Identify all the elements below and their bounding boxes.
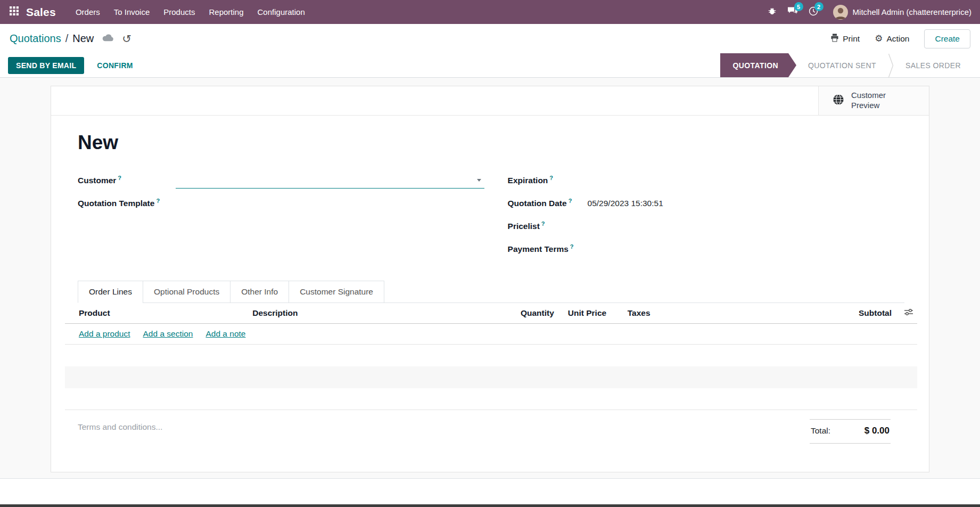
sheet-footer: Total: $ 0.00 — [78, 418, 904, 444]
stage-quotation-sent[interactable]: QUOTATION SENT — [796, 53, 888, 77]
tab-other-info[interactable]: Other Info — [230, 281, 289, 303]
messages-button[interactable]: 5 — [787, 0, 798, 24]
chevron-down-icon[interactable] — [477, 179, 481, 182]
print-button[interactable]: Print — [830, 34, 860, 44]
printer-icon — [830, 34, 839, 44]
user-menu-button[interactable]: Mitchell Admin (chatterenterprice) — [833, 5, 971, 20]
quotation-date-field-row: Quotation Date? 05/29/2023 15:30:51 — [508, 192, 904, 215]
quotation-template-input[interactable] — [176, 196, 484, 211]
globe-icon — [833, 94, 844, 108]
confirm-button[interactable]: CONFIRM — [97, 61, 133, 70]
customer-preview-label-line2: Preview — [851, 101, 886, 111]
column-header-taxes: Taxes — [623, 308, 828, 318]
breadcrumb-separator: / — [65, 32, 69, 45]
add-a-section-link[interactable]: Add a section — [143, 329, 193, 338]
customer-field-row: Customer? — [78, 169, 484, 192]
add-a-note-link[interactable]: Add a note — [205, 329, 245, 338]
empty-row — [65, 345, 917, 366]
total-value: $ 0.00 — [864, 426, 890, 436]
column-header-product: Product — [65, 308, 252, 318]
stage-sales-order[interactable]: SALES ORDER — [894, 53, 973, 77]
undo-icon: ↺ — [122, 33, 131, 44]
pricelist-label: Pricelist? — [508, 220, 588, 231]
user-name: Mitchell Admin (chatterenterprice) — [853, 7, 971, 17]
payment-terms-input[interactable] — [588, 242, 904, 257]
help-icon: ? — [570, 243, 574, 250]
expiration-input[interactable] — [588, 173, 904, 188]
tab-order-lines[interactable]: Order Lines — [78, 281, 143, 303]
statusbar: SEND BY EMAIL CONFIRM QUOTATION QUOTATIO… — [0, 53, 980, 78]
breadcrumb-current: New — [72, 32, 94, 45]
breadcrumb: Quotations / New — [10, 32, 94, 45]
customer-preview-label-line1: Customer — [851, 91, 886, 101]
save-indicator-button[interactable] — [102, 34, 113, 44]
customer-preview-button[interactable]: Customer Preview — [818, 86, 929, 115]
discard-button[interactable]: ↺ — [122, 33, 131, 44]
field-grid: Customer? Quotation Template? Expiration… — [78, 169, 904, 260]
bug-icon — [768, 6, 777, 18]
gear-icon: ⚙ — [875, 34, 883, 43]
stage-quotation[interactable]: QUOTATION — [720, 53, 797, 77]
expiration-field-row: Expiration? — [508, 169, 904, 192]
help-icon: ? — [569, 198, 572, 204]
action-button[interactable]: ⚙ Action — [875, 34, 909, 44]
menu-products[interactable]: Products — [157, 0, 202, 24]
debug-button[interactable] — [768, 0, 777, 24]
main-menu: Orders To Invoice Products Reporting Con… — [69, 0, 312, 24]
empty-row — [65, 366, 917, 388]
menu-orders[interactable]: Orders — [69, 0, 107, 24]
print-label: Print — [843, 34, 860, 44]
stage-pipeline: QUOTATION QUOTATION SENT SALES ORDER — [720, 53, 980, 77]
action-label: Action — [886, 34, 909, 44]
create-button[interactable]: Create — [924, 29, 970, 48]
help-icon: ? — [541, 220, 545, 227]
main-content: Customer Preview New Customer? — [0, 78, 980, 478]
column-header-quantity: Quantity — [490, 308, 554, 318]
breadcrumb-quotations[interactable]: Quotations — [10, 32, 61, 45]
notebook-tabs: Order Lines Optional Products Other Info… — [78, 281, 904, 303]
bottom-edge-bar — [0, 504, 980, 507]
order-lines-add-row: Add a product Add a sectionAdd a note — [65, 324, 917, 345]
menu-to-invoice[interactable]: To Invoice — [107, 0, 157, 24]
apps-grid-icon — [10, 6, 19, 18]
app-name[interactable]: Sales — [23, 6, 61, 19]
quotation-date-value[interactable]: 05/29/2023 15:30:51 — [588, 199, 663, 208]
sliders-icon — [904, 308, 913, 318]
column-header-unit-price: Unit Price — [554, 308, 623, 318]
messages-badge: 5 — [794, 2, 803, 11]
chatter-area — [0, 478, 980, 504]
user-avatar — [833, 5, 848, 20]
menu-reporting[interactable]: Reporting — [202, 0, 250, 24]
menu-configuration[interactable]: Configuration — [251, 0, 312, 24]
column-header-description: Description — [252, 308, 490, 318]
order-lines-table: Product Description Quantity Unit Price … — [65, 303, 917, 410]
toggle-columns-button[interactable] — [892, 308, 917, 318]
customer-input-wrapper — [176, 172, 484, 189]
quotation-template-field-row: Quotation Template? — [78, 192, 484, 215]
pricelist-field-row: Pricelist? — [508, 215, 904, 238]
empty-row — [65, 388, 917, 410]
order-lines-header-row: Product Description Quantity Unit Price … — [65, 303, 917, 324]
tab-optional-products[interactable]: Optional Products — [143, 281, 230, 303]
add-a-product-link[interactable]: Add a product — [79, 329, 130, 338]
customer-input[interactable] — [176, 172, 475, 188]
apps-menu-button[interactable] — [5, 0, 23, 24]
payment-terms-label: Payment Terms? — [508, 243, 588, 254]
quotation-date-label: Quotation Date? — [508, 198, 588, 208]
record-title: New — [78, 132, 904, 154]
quotation-template-label: Quotation Template? — [78, 198, 176, 208]
top-navbar: Sales Orders To Invoice Products Reporti… — [0, 0, 980, 24]
chevron-right-icon — [888, 53, 894, 77]
activities-button[interactable]: 2 — [809, 0, 818, 24]
form-sheet: Customer Preview New Customer? — [51, 86, 929, 472]
customer-label: Customer? — [78, 175, 176, 185]
terms-and-conditions-input[interactable] — [78, 418, 532, 436]
send-by-email-button[interactable]: SEND BY EMAIL — [8, 57, 84, 74]
pricelist-input[interactable] — [588, 219, 904, 234]
tab-customer-signature[interactable]: Customer Signature — [289, 281, 384, 303]
column-header-subtotal: Subtotal — [828, 308, 892, 318]
help-icon: ? — [549, 175, 553, 181]
help-icon: ? — [156, 198, 160, 204]
expiration-label: Expiration? — [508, 175, 588, 185]
control-panel: Quotations / New ↺ Print — [0, 24, 980, 53]
